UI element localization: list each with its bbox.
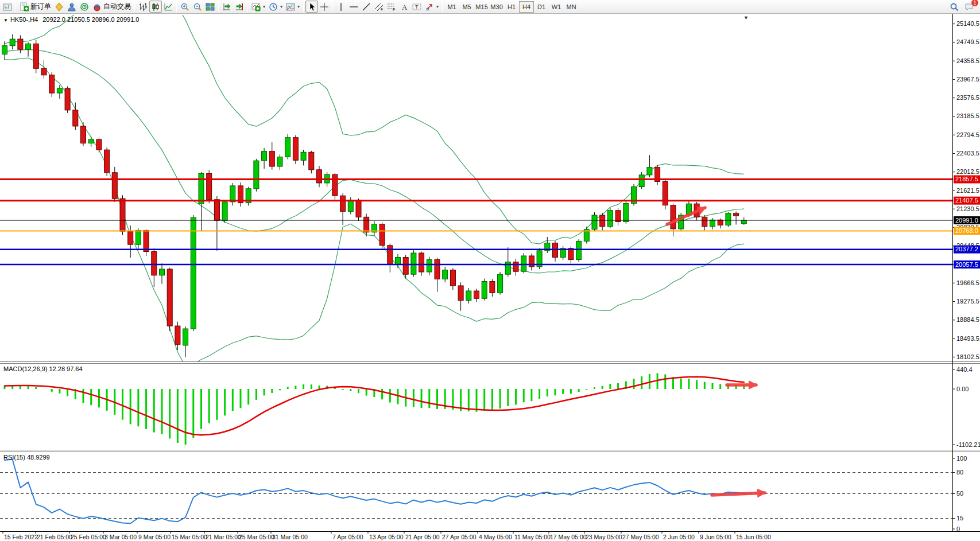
candle: [379, 222, 385, 249]
candle: [254, 159, 259, 192]
candle: [411, 250, 416, 277]
candle: [238, 182, 243, 207]
timeframe-m1-button[interactable]: M1: [444, 1, 459, 13]
autotrading-button[interactable]: 自动交易: [91, 1, 133, 13]
timeframe-h1-button[interactable]: H1: [504, 1, 519, 13]
svg-text:20768.0: 20768.0: [955, 227, 978, 234]
chart-title: ▼HK50-,H420922.0 21050.5 20896.0 20991.0: [3, 16, 139, 23]
fibo-icon: F: [387, 2, 396, 11]
zoom-in-button[interactable]: [179, 1, 191, 13]
timeframe-m5-button[interactable]: M5: [459, 1, 474, 13]
svg-text:21407.5: 21407.5: [955, 197, 978, 204]
vertical-line-button[interactable]: [335, 1, 347, 13]
chart-shift-marker[interactable]: ▼: [743, 15, 749, 21]
trendline-icon: [362, 2, 371, 11]
shapes-button[interactable]: ▾: [423, 1, 440, 13]
time-tick-label: 3 Mar 05:00: [104, 534, 137, 540]
time-tick-label: 7 Apr 05:00: [332, 534, 363, 540]
signals-icon: [80, 2, 89, 11]
crosshair-button[interactable]: [318, 1, 331, 13]
price-tick-label: 23576.5: [956, 94, 979, 101]
candle: [537, 248, 542, 269]
chart-shift-button[interactable]: [233, 1, 246, 13]
macd-indicator-label: MACD(12,26,9) 12.28 97.64: [3, 365, 83, 372]
signals-button[interactable]: [78, 1, 91, 13]
candle: [679, 213, 684, 231]
text-button[interactable]: A: [398, 1, 410, 13]
price-level-chip: 21407.5: [954, 197, 980, 205]
fibonacci-button[interactable]: F: [385, 1, 398, 13]
time-tick-label: 27 Apr 05:00: [442, 534, 477, 540]
timeframe-m30-button[interactable]: M30: [489, 1, 504, 13]
candle: [584, 227, 589, 244]
dropdown-caret-icon[interactable]: ▾: [297, 4, 300, 9]
auto-scroll-button[interactable]: [220, 1, 233, 13]
periods-button[interactable]: ▾: [267, 1, 284, 13]
dropdown-caret-icon[interactable]: ▾: [280, 4, 282, 9]
time-tick-label: 4 May 05:00: [479, 534, 512, 540]
candle: [104, 147, 110, 176]
price-tick-label: 21230.5: [956, 205, 979, 212]
candle: [521, 253, 526, 273]
time-tick-label: 21 Feb 05:00: [37, 534, 72, 540]
horizontal-line-button[interactable]: [347, 1, 360, 13]
candle: [167, 268, 172, 332]
templates-button[interactable]: ▾: [284, 1, 301, 13]
market-watch-button[interactable]: [53, 1, 65, 13]
indicators-button[interactable]: ▾: [250, 1, 267, 13]
data-window-button[interactable]: [65, 1, 78, 13]
macd-axis-label: 0.00: [956, 386, 969, 392]
price-tick-label: 19666.5: [956, 279, 979, 286]
text-icon: A: [400, 2, 409, 11]
shapes-icon: [425, 2, 434, 11]
candle: [285, 134, 290, 159]
time-tick-label: 25 Mar 05:00: [239, 534, 274, 540]
dropdown-caret-icon[interactable]: ▾: [436, 4, 439, 9]
toolbar-separator: [247, 2, 248, 12]
zoom-out-button[interactable]: [191, 1, 204, 13]
label-button[interactable]: T: [410, 1, 423, 13]
candle: [246, 187, 251, 206]
new-order-button[interactable]: 新订单: [18, 1, 53, 13]
cursor-icon: [307, 2, 316, 11]
candle: [348, 197, 353, 215]
timeframe-mn-button[interactable]: MN: [564, 1, 579, 13]
svg-text:A: A: [402, 3, 408, 11]
candlestick-chart-button[interactable]: [149, 1, 162, 13]
cursor-button[interactable]: [305, 1, 318, 13]
svg-text:E: E: [381, 7, 383, 11]
time-tick-label: 23 May 05:00: [586, 534, 622, 540]
search-button[interactable]: [948, 1, 960, 13]
candle: [419, 252, 424, 276]
chart-area[interactable]: 25140.524749.524358.523967.523576.523185…: [0, 14, 980, 541]
macd-axis-label: -1102.21: [956, 441, 980, 448]
timeframe-h4-button[interactable]: H4: [519, 1, 534, 13]
toolbar-separator: [134, 2, 135, 12]
timeframe-d1-button[interactable]: D1: [534, 1, 549, 13]
symbol-dropdown-icon[interactable]: ▼: [3, 18, 8, 23]
tile-windows-button[interactable]: [204, 1, 216, 13]
trendline-button[interactable]: [360, 1, 373, 13]
timeframe-m15-button[interactable]: M15: [474, 1, 489, 13]
price-tick-label: 22794.5: [956, 131, 979, 138]
chart-window-button[interactable]: [1, 1, 14, 13]
time-tick-label: 15 Mar 05:00: [172, 534, 207, 540]
notifications-button[interactable]: 1: [963, 1, 975, 13]
line-chart-button[interactable]: [162, 1, 175, 13]
new-order-button-label: 新订单: [30, 2, 51, 11]
price-tick-label: 24358.5: [956, 57, 979, 64]
time-tick-label: 25 Feb 05:00: [71, 534, 106, 540]
crosshair-icon: [320, 2, 329, 11]
timeframe-w1-button[interactable]: W1: [549, 1, 564, 13]
price-tick-label: 24749.5: [956, 38, 979, 45]
svg-text:F: F: [393, 7, 395, 11]
toolbar-separator: [303, 2, 304, 12]
line-chart-icon: [164, 2, 173, 11]
dropdown-caret-icon[interactable]: ▾: [263, 4, 265, 9]
candle: [639, 172, 644, 189]
bar-chart-button[interactable]: [137, 1, 149, 13]
chart-shift-icon: [235, 2, 244, 11]
channel-button[interactable]: E: [373, 1, 385, 13]
autotrading-button-label: 自动交易: [103, 2, 131, 11]
chart-background: [0, 14, 980, 541]
